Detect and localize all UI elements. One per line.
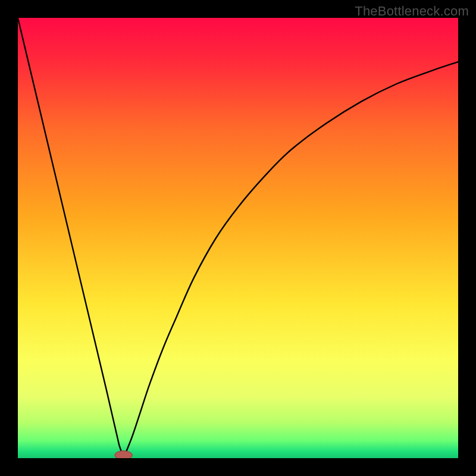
chart-frame: TheBottleneck.com bbox=[0, 0, 476, 476]
watermark-text: TheBottleneck.com bbox=[355, 4, 469, 19]
chart-svg bbox=[18, 18, 458, 458]
plot-area bbox=[18, 18, 458, 458]
gradient-background bbox=[18, 18, 458, 458]
minimum-marker bbox=[115, 451, 133, 458]
